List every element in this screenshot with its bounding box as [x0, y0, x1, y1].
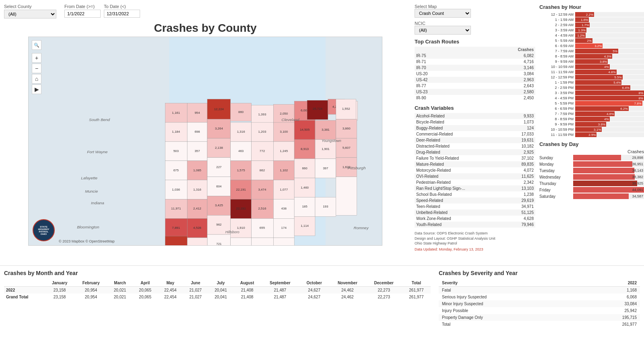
bar-row: 3 - 3:59 AM 1.3%	[539, 28, 644, 33]
svg-rect-23	[187, 122, 207, 142]
bar-row: Friday 44,091	[539, 187, 644, 193]
table-header: Total	[402, 279, 431, 287]
county-selector-group: Select County (All)	[4, 4, 56, 18]
svg-rect-27	[231, 122, 252, 142]
map-wrapper: 🔍 + − ⌂ ▶	[28, 37, 382, 246]
svg-text:Hillsboro: Hillsboro	[225, 230, 239, 234]
severity-title: Crashes by Severity and Year	[439, 270, 640, 276]
svg-rect-41	[165, 142, 187, 161]
list-item: IR-902,450	[415, 95, 535, 101]
bar-row: 6 - 6:59 PM 6.2%	[539, 106, 644, 111]
svg-rect-31	[273, 122, 294, 142]
svg-text:Bloomington: Bloomington	[77, 225, 99, 229]
bar-row: 1 - 1:59 PM 5.4%	[539, 80, 644, 85]
bar-row: 10 - 10:59 PM 3.1%	[539, 127, 644, 132]
svg-rect-102	[273, 199, 294, 218]
table-header: March	[107, 279, 133, 287]
table-row: Serious Injury Suspected6,068	[439, 294, 640, 300]
controls-row: Select County (All) From Date (>=) To Da…	[4, 4, 407, 18]
list-item: IR-756,082	[415, 53, 535, 59]
bar-row: 3 - 3:59 PM 8%	[539, 90, 644, 95]
bar-row: 9 - 9:59 AM 3.8%	[539, 59, 644, 64]
list-item: OVI-Related11,625	[415, 173, 535, 179]
svg-rect-83	[231, 180, 252, 199]
svg-rect-91	[336, 177, 357, 216]
bar-row: Wednesday 38,382	[539, 174, 644, 180]
table-header: January	[45, 279, 75, 287]
svg-rect-61	[187, 161, 207, 180]
svg-rect-135	[187, 238, 207, 245]
svg-text:Muncie: Muncie	[85, 189, 98, 193]
svg-rect-106	[315, 197, 336, 216]
arrow-button[interactable]: ▶	[32, 84, 41, 94]
table-row: Grand Total23,15820,95420,02120,06522,45…	[4, 294, 431, 300]
bar-row: Thursday 39,925	[539, 181, 644, 186]
routes-crashes-header: Crashes	[467, 47, 535, 53]
bar-row: 11 - 11:59 PM 2.5%	[539, 132, 644, 137]
zoom-out-button[interactable]: −	[32, 64, 41, 73]
list-item: Bicycle-Related1,073	[415, 119, 535, 125]
vars-table: Alcohol-Related9,933Bicycle-Related1,073…	[415, 113, 535, 228]
from-date-label: From Date (>=)	[64, 4, 101, 9]
svg-rect-35	[315, 120, 336, 140]
crash-vars-title: Crash Variables	[415, 105, 535, 111]
table-row: Property Damage Only195,715	[439, 314, 640, 321]
list-item: Speed-Related29,619	[415, 197, 535, 203]
svg-rect-96	[207, 196, 231, 215]
svg-rect-132	[273, 238, 294, 245]
list-item: IR-703,146	[415, 65, 535, 71]
svg-rect-134	[165, 236, 187, 245]
svg-rect-92	[165, 199, 187, 218]
svg-rect-9	[252, 105, 274, 124]
svg-rect-21	[165, 122, 187, 142]
map-controls: + − ⌂ ▶	[32, 53, 41, 94]
svg-rect-67	[252, 161, 274, 180]
select-map-label: Select Map	[415, 4, 535, 9]
date-group: From Date (>=) To Date (<)	[64, 4, 140, 18]
svg-rect-49	[252, 142, 274, 161]
to-date-input[interactable]	[104, 10, 140, 18]
ncic-label: NCIC	[415, 21, 535, 26]
svg-text:Romney: Romney	[354, 226, 369, 230]
svg-text:South Bend: South Bend	[89, 117, 110, 122]
table-header: June	[183, 279, 208, 287]
map-search-button[interactable]: 🔍	[32, 40, 41, 50]
list-item: Commercial-Related17,033	[415, 131, 535, 137]
svg-rect-104	[294, 197, 315, 216]
bar-row: 10 - 10:59 AM 4%	[539, 64, 644, 69]
crashes-by-day-title: Crashes by Day	[539, 141, 644, 147]
svg-rect-87	[273, 180, 294, 199]
svg-rect-63	[207, 158, 231, 177]
right-panel: Select Map Crash Count NCIC (All) Top Cr…	[411, 0, 644, 265]
list-item: Unbelted-Related51,125	[415, 210, 535, 216]
list-item: Drug-Related2,925	[415, 149, 535, 155]
svg-rect-120	[294, 216, 315, 236]
ncic-dropdown[interactable]: (All)	[415, 26, 471, 35]
table-row: Total261,977	[439, 321, 640, 328]
zoom-in-button[interactable]: +	[32, 53, 41, 63]
list-item: US-422,963	[415, 77, 535, 83]
bar-row: 9 - 9:59 PM 3.6%	[539, 122, 644, 127]
svg-rect-53	[294, 140, 315, 159]
list-item: Work Zone-Related4,628	[415, 216, 535, 222]
data-updated: Data Updated: Monday, February 13, 2023	[415, 247, 535, 251]
from-date-input[interactable]	[64, 10, 101, 18]
county-select[interactable]: (All)	[4, 10, 56, 18]
bar-row: Monday 36,951	[539, 161, 644, 167]
bottom-section: Crashes by Month and Year JanuaryFebruar…	[0, 265, 644, 332]
home-button[interactable]: ⌂	[32, 74, 41, 84]
svg-text:Fort Wayne: Fort Wayne	[87, 150, 108, 154]
list-item: Pedestrian-Related2,342	[415, 179, 535, 185]
table-row: Minor Injury Suspected33,084	[439, 300, 640, 307]
bar-row: 4 - 4:59 AM 1.2%	[539, 33, 644, 38]
table-row: Injury Possible25,942	[439, 307, 640, 314]
list-item: Failure To Yield-Related37,102	[415, 155, 535, 161]
svg-rect-94	[187, 199, 207, 218]
svg-text:Youngstown: Youngstown	[322, 139, 341, 143]
svg-rect-100	[252, 199, 274, 218]
top-section: Select County (All) From Date (>=) To Da…	[0, 0, 644, 265]
table-header	[4, 279, 45, 287]
svg-rect-73	[315, 159, 336, 178]
select-map-dropdown[interactable]: Crash Count	[415, 9, 471, 18]
month-year-section: Crashes by Month and Year JanuaryFebruar…	[4, 270, 431, 328]
